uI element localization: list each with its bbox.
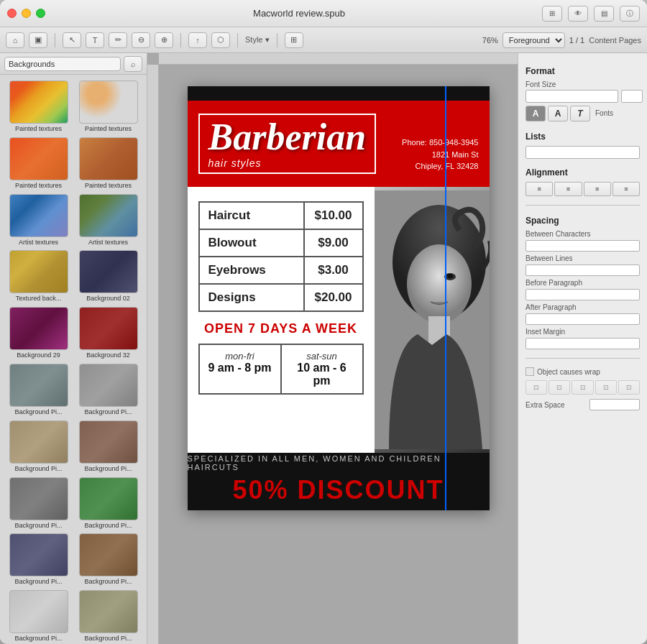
fonts-label: Fonts: [595, 106, 613, 120]
background-label: Artist textures: [88, 239, 128, 247]
toolbar: ⌂ ▣ ↖ T ✏ ⊖ ⊕ ↑ ⬡ Style ▾ ⊞ 76% Foregrou…: [0, 27, 647, 53]
sidebar-background-item[interactable]: Painted textures: [75, 137, 141, 190]
grid-btn[interactable]: ⊞: [285, 32, 303, 48]
sidebar-background-item[interactable]: Background Pi...: [6, 477, 71, 530]
toolbar-right: 76% Foreground 1 / 1 Content Pages: [482, 32, 641, 48]
draw-btn[interactable]: ✏: [109, 32, 127, 48]
background-label: Background 29: [17, 351, 60, 359]
font-bold-btn[interactable]: A: [548, 106, 568, 121]
sidebar-icon[interactable]: ▤: [594, 6, 614, 22]
after-para-field[interactable]: [526, 313, 640, 325]
maximize-button[interactable]: [36, 9, 45, 18]
background-thumbnail: [9, 590, 68, 633]
align-justify-btn[interactable]: ≡: [612, 182, 640, 196]
between-lines-row: Between Lines: [526, 254, 640, 262]
inset-margin-field[interactable]: [526, 338, 640, 349]
background-thumbnail: [79, 420, 138, 464]
background-thumbnail: [79, 194, 138, 237]
traffic-lights: [7, 9, 45, 18]
background-thumbnail: [79, 80, 138, 124]
text-btn[interactable]: T: [86, 32, 104, 48]
sidebar-background-item[interactable]: Background 32: [75, 307, 141, 359]
sidebar-background-item[interactable]: Background 29: [6, 307, 71, 359]
info-icon[interactable]: ⓘ: [620, 6, 640, 22]
home-btn[interactable]: ⌂: [6, 32, 24, 48]
titlebar: Macworld review.spub ⊞ 👁 ▤ ⓘ: [0, 0, 647, 27]
sidebar-background-item[interactable]: Background Pi...: [6, 533, 71, 586]
font-size-field[interactable]: [526, 90, 618, 103]
hours-weekend: sat-sun 10 am - 6 pm: [282, 345, 362, 393]
sidebar-background-item[interactable]: Painted textures: [6, 137, 71, 190]
sidebar-background-item[interactable]: Background Pi...: [75, 364, 141, 416]
search-input[interactable]: [4, 57, 121, 71]
brand-name: Barberian: [208, 119, 367, 156]
service-haircut: Haircut: [200, 203, 305, 229]
document[interactable]: Barberian hair styles Phone: 850-948-394…: [188, 86, 490, 510]
sidebar-background-item[interactable]: Artist textures: [6, 194, 71, 247]
background-label: Painted textures: [15, 182, 62, 190]
background-thumbnail: [9, 420, 68, 464]
share-btn[interactable]: ↑: [188, 32, 207, 48]
media-btn[interactable]: ▣: [29, 32, 47, 48]
object-wrap-row: Object causes wrap: [526, 367, 640, 376]
flyer-top-strip: [188, 86, 490, 101]
sidebar-background-item[interactable]: Background Pi...: [75, 533, 141, 586]
sidebar-background-item[interactable]: Painted textures: [75, 80, 141, 133]
sidebar-background-item[interactable]: Background Pi...: [75, 420, 141, 473]
background-thumbnail: [9, 137, 68, 180]
pointer-btn[interactable]: ↖: [63, 32, 81, 48]
background-thumbnail: [79, 137, 138, 180]
sidebar-background-item[interactable]: Background 02: [75, 250, 141, 303]
export-btn[interactable]: ⬡: [211, 32, 230, 48]
sidebar-background-item[interactable]: Background Pi...: [6, 590, 71, 643]
align-left-btn[interactable]: ≡: [526, 182, 553, 196]
font-size-stepper[interactable]: [621, 90, 643, 103]
font-italic-btn[interactable]: T: [570, 106, 590, 121]
inset-margin-row: Inset Margin: [526, 328, 640, 336]
minimize-button[interactable]: [22, 9, 31, 18]
amount-designs: $20.00: [305, 285, 362, 310]
search-icon[interactable]: ⌕: [124, 56, 142, 72]
canvas-wrapper: Barberian hair styles Phone: 850-948-394…: [166, 72, 510, 525]
canvas-area[interactable]: Barberian hair styles Phone: 850-948-394…: [147, 53, 518, 644]
sidebar-background-item[interactable]: Background Pi...: [6, 364, 71, 416]
amount-eyebrows: $3.00: [305, 257, 362, 283]
flyer-footer: SPECIALIZED IN ALL MEN, WOMEN AND CHILDR…: [188, 453, 490, 510]
background-thumbnail: [9, 250, 68, 293]
between-chars-field[interactable]: [526, 240, 640, 252]
eye-icon[interactable]: 👁: [568, 6, 588, 22]
style-label: Style ▾: [245, 35, 270, 45]
zoom-in-btn[interactable]: ⊕: [155, 32, 173, 48]
ruler-vertical: [147, 65, 159, 644]
svg-point-2: [407, 244, 472, 323]
inset-margin-label: Inset Margin: [526, 328, 565, 336]
weekend-hours: 10 am - 6 pm: [288, 362, 357, 387]
object-wrap-checkbox[interactable]: [526, 367, 534, 376]
sidebar-background-item[interactable]: Background Pi...: [75, 477, 141, 530]
after-para-label: After Paragraph: [526, 303, 577, 311]
align-right-btn[interactable]: ≡: [584, 182, 611, 196]
price-table: Haircut $10.00 Blowout $9.00 Eyebrows $3…: [198, 201, 364, 312]
zoom-out-btn[interactable]: ⊖: [132, 32, 150, 48]
wrap-position-buttons: ⊡ ⊡ ⊡ ⊡ ⊡: [526, 380, 640, 395]
contact-info: Phone: 850-948-3945 1821 Main St Chipley…: [402, 115, 478, 172]
view-select[interactable]: Foreground: [503, 32, 565, 48]
extra-space-field[interactable]: [589, 399, 640, 410]
sidebar-background-item[interactable]: Background Pi...: [6, 420, 71, 473]
sidebar-background-item[interactable]: Painted textures: [6, 80, 71, 133]
sidebar-background-item[interactable]: Background Pi...: [75, 590, 141, 643]
sidebar-background-item[interactable]: Textured back...: [6, 250, 71, 303]
lists-field[interactable]: [526, 146, 640, 159]
align-center-btn[interactable]: ≡: [554, 182, 582, 196]
between-lines-field[interactable]: [526, 264, 640, 276]
before-para-label: Before Paragraph: [526, 279, 582, 287]
sidebar-background-item[interactable]: Artist textures: [75, 194, 141, 247]
background-label: Background Pi...: [14, 578, 62, 586]
before-para-field[interactable]: [526, 289, 640, 300]
separator4: [277, 33, 277, 47]
background-label: Background Pi...: [84, 578, 132, 586]
background-thumbnail: [79, 477, 138, 520]
close-button[interactable]: [7, 9, 17, 18]
font-color-btn[interactable]: A: [526, 106, 546, 121]
inspector-icon[interactable]: ⊞: [542, 6, 562, 22]
